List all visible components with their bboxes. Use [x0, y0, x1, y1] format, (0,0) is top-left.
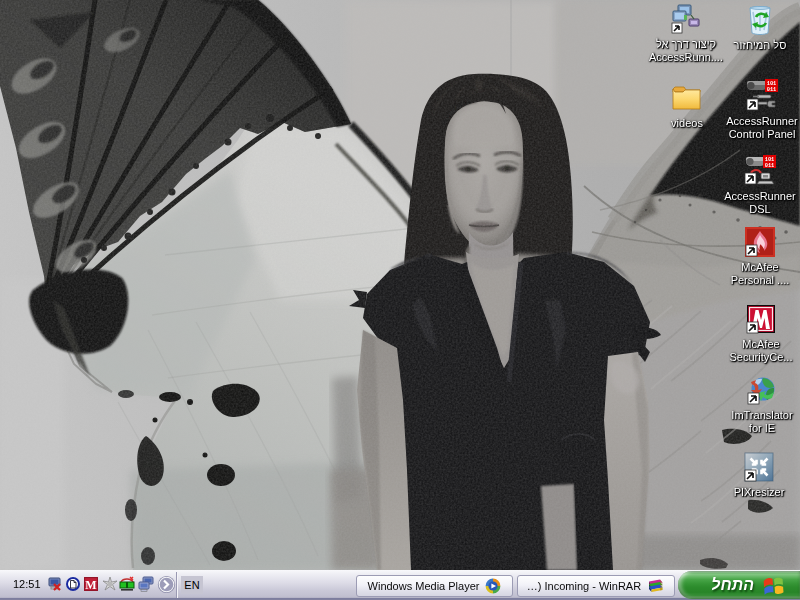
svg-text:011: 011: [767, 87, 777, 93]
svg-text:011: 011: [765, 163, 775, 169]
svg-text:M: M: [85, 578, 96, 592]
